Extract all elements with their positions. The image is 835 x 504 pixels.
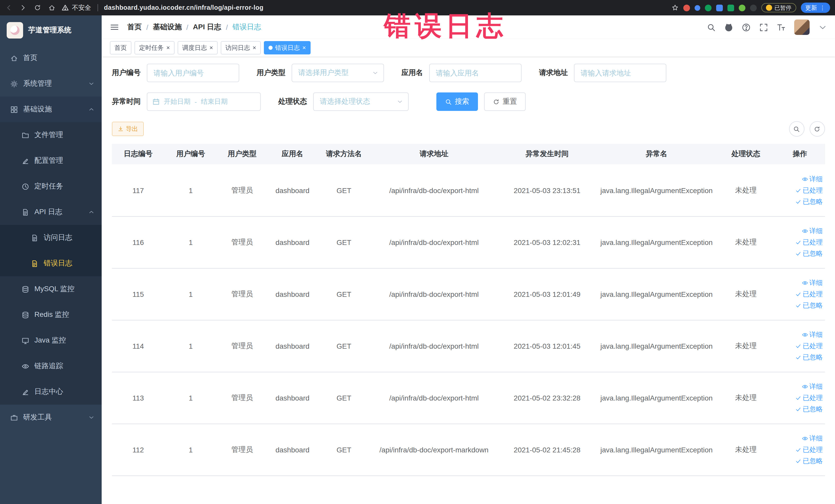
tab-0[interactable]: 首页 — [110, 41, 131, 55]
action-ignored[interactable]: 已忽略 — [795, 197, 823, 206]
extension-icon-5[interactable] — [727, 4, 734, 11]
action-label: 已忽略 — [803, 249, 823, 258]
extension-icon-7[interactable] — [750, 4, 756, 11]
extension-icon-3[interactable] — [705, 4, 711, 11]
action-label: 已处理 — [803, 186, 823, 195]
action-processed[interactable]: 已处理 — [795, 238, 823, 247]
sidebar-item-7[interactable]: 访问日志 — [0, 225, 102, 250]
db-icon — [22, 285, 29, 293]
action-processed[interactable]: 已处理 — [795, 393, 823, 402]
sidebar-item-1[interactable]: 系统管理 — [0, 71, 102, 97]
table-cell: GET — [318, 320, 370, 372]
tab-close-icon[interactable]: × — [166, 45, 170, 51]
reset-icon — [493, 98, 500, 105]
sidebar-item-4[interactable]: 配置管理 — [0, 148, 102, 174]
sidebar-item-3[interactable]: 文件管理 — [0, 122, 102, 148]
sidebar-item-8[interactable]: 错误日志 — [0, 250, 102, 276]
table-cell: 1 — [165, 268, 217, 320]
sidebar-item-label: Java 监控 — [34, 336, 66, 345]
app-name-input[interactable] — [429, 64, 522, 82]
sidebar-item-0[interactable]: 首页 — [0, 45, 102, 71]
table-cell: 未处理 — [717, 268, 775, 320]
action-detail[interactable]: 详细 — [802, 226, 823, 236]
action-ignored[interactable]: 已忽略 — [795, 352, 823, 362]
user-id-input[interactable] — [147, 64, 239, 82]
reload-icon[interactable] — [34, 4, 41, 11]
tab-2[interactable]: 调度日志× — [178, 41, 218, 55]
table-cell: 管理员 — [217, 372, 267, 424]
search-icon[interactable] — [707, 23, 715, 32]
sidebar-item-9[interactable]: MySQL 监控 — [0, 276, 102, 302]
column-header: 应用名 — [267, 144, 318, 164]
font-size-icon[interactable] — [776, 23, 785, 32]
extension-icon-1[interactable] — [683, 4, 690, 11]
update-button[interactable]: 更新 ⋮ — [801, 3, 830, 13]
search-button[interactable]: 搜索 — [436, 93, 478, 111]
tab-close-icon[interactable]: × — [302, 45, 306, 51]
action-label: 已忽略 — [803, 197, 823, 206]
check-icon — [795, 354, 801, 360]
action-detail[interactable]: 详细 — [802, 278, 823, 287]
home-icon[interactable] — [48, 4, 56, 11]
paused-badge[interactable]: 已暂停 — [761, 3, 796, 12]
breadcrumb-item[interactable]: API 日志 — [193, 23, 221, 32]
sidebar-item-14[interactable]: 研发工具 — [0, 405, 102, 430]
tab-3[interactable]: 访问日志× — [221, 41, 261, 55]
address-bar[interactable]: dashboard.yudao.iocoder.cn/infra/log/api… — [104, 4, 665, 11]
user-avatar[interactable] — [794, 20, 809, 35]
sidebar-item-6[interactable]: API 日志 — [0, 199, 102, 225]
toggle-search-button[interactable] — [789, 121, 804, 137]
sidebar-item-13[interactable]: 日志中心 — [0, 379, 102, 405]
reset-button[interactable]: 重置 — [484, 93, 526, 111]
filter-user-type: 用户类型 请选择用户类型 — [257, 64, 384, 82]
help-icon[interactable] — [741, 23, 750, 32]
action-detail[interactable]: 详细 — [802, 382, 823, 391]
action-ignored[interactable]: 已忽略 — [795, 301, 823, 310]
action-processed[interactable]: 已处理 — [795, 186, 823, 195]
sidebar-item-5[interactable]: 定时任务 — [0, 174, 102, 199]
table-cell-actions: 详细已处理已忽略 — [775, 424, 825, 476]
forward-icon[interactable] — [20, 4, 27, 11]
back-icon[interactable] — [5, 4, 12, 11]
action-processed[interactable]: 已处理 — [795, 341, 823, 350]
grid-icon — [10, 105, 18, 113]
monitor-icon — [22, 337, 29, 344]
action-processed[interactable]: 已处理 — [795, 289, 823, 299]
avatar-caret-icon[interactable] — [818, 23, 827, 32]
extension-icon-4[interactable] — [716, 4, 722, 11]
breadcrumb-item[interactable]: 首页 — [127, 23, 142, 32]
request-url-input[interactable] — [574, 64, 666, 82]
fullscreen-icon[interactable] — [759, 23, 768, 32]
tab-1[interactable]: 定时任务× — [135, 41, 175, 55]
hamburger-icon[interactable] — [110, 23, 119, 32]
export-button[interactable]: 导出 — [112, 122, 144, 136]
date-range-picker[interactable]: 开始日期 - 结束日期 — [147, 93, 261, 111]
extension-icon-6[interactable] — [738, 4, 745, 11]
sidebar-item-10[interactable]: Redis 监控 — [0, 302, 102, 328]
action-label: 详细 — [809, 434, 823, 443]
security-chip[interactable]: 不安全 — [62, 3, 91, 12]
tab-close-icon[interactable]: × — [252, 45, 256, 51]
table-cell: GET — [318, 372, 370, 424]
tab-close-icon[interactable]: × — [209, 45, 213, 51]
action-ignored[interactable]: 已忽略 — [795, 456, 823, 465]
sidebar-item-11[interactable]: Java 监控 — [0, 328, 102, 353]
action-detail[interactable]: 详细 — [802, 174, 823, 184]
user-type-select[interactable]: 请选择用户类型 — [291, 64, 384, 82]
github-icon[interactable] — [724, 23, 733, 32]
action-detail[interactable]: 详细 — [802, 330, 823, 339]
action-ignored[interactable]: 已忽略 — [795, 249, 823, 258]
action-ignored[interactable]: 已忽略 — [795, 404, 823, 414]
sidebar-item-12[interactable]: 链路追踪 — [0, 353, 102, 379]
sidebar-item-2[interactable]: 基础设施 — [0, 97, 102, 122]
extension-icon-2[interactable] — [694, 5, 700, 11]
bookmark-star-icon[interactable] — [671, 4, 678, 11]
app-logo-row[interactable]: 芋道管理系统 — [0, 15, 102, 45]
tab-4[interactable]: 错误日志× — [264, 41, 311, 55]
action-detail[interactable]: 详细 — [802, 434, 823, 443]
action-processed[interactable]: 已处理 — [795, 445, 823, 454]
breadcrumb-item[interactable]: 基础设施 — [153, 23, 182, 32]
refresh-button[interactable] — [809, 121, 825, 137]
tab-label: 访问日志 — [225, 43, 250, 52]
process-status-select[interactable]: 请选择处理状态 — [313, 93, 409, 111]
